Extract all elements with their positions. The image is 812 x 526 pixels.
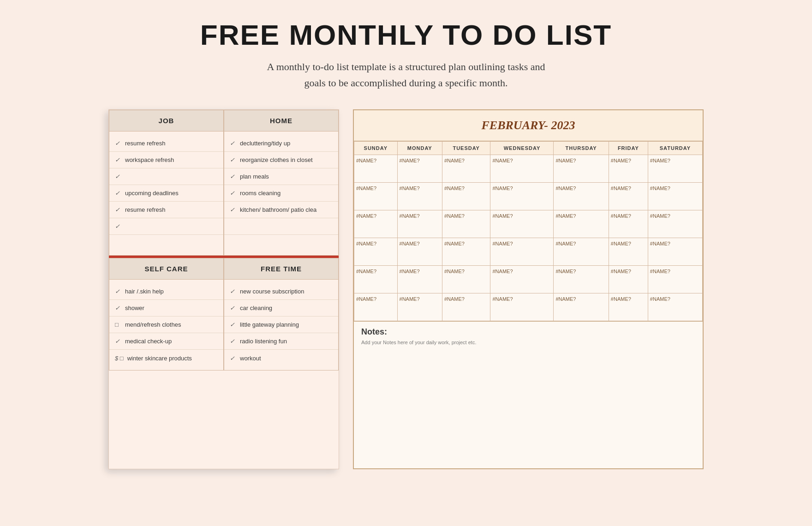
- notes-title: Notes:: [361, 327, 695, 337]
- list-item: ✓ little gateway planning: [224, 317, 338, 333]
- page-title: FREE MONTHLY TO DO LIST: [9, 18, 803, 51]
- calendar-row: #NAME?#NAME?#NAME?#NAME?#NAME?#NAME?#NAM…: [354, 210, 703, 238]
- calendar-cell: #NAME?: [442, 266, 490, 293]
- calendar-cell: #NAME?: [442, 155, 490, 183]
- day-monday: MONDAY: [397, 142, 442, 155]
- calendar-cell: #NAME?: [490, 238, 554, 266]
- home-items: ✓ decluttering/tidy up ✓ reorganize clot…: [224, 132, 338, 255]
- day-wednesday: WEDNESDAY: [490, 142, 554, 155]
- day-sunday: SUNDAY: [354, 142, 398, 155]
- calendar-cell: #NAME?: [397, 293, 442, 321]
- free-time-header: FREE TIME: [224, 258, 338, 280]
- free-time-items: ✓ new course subscription ✓ car cleaning…: [224, 280, 338, 370]
- calendar-row: #NAME?#NAME?#NAME?#NAME?#NAME?#NAME?#NAM…: [354, 293, 703, 321]
- calendar-cell: #NAME?: [609, 155, 648, 183]
- calendar-cell: #NAME?: [554, 210, 609, 238]
- calendar-row: #NAME?#NAME?#NAME?#NAME?#NAME?#NAME?#NAM…: [354, 238, 703, 266]
- list-item: [224, 218, 338, 235]
- calendar-cell: #NAME?: [648, 238, 702, 266]
- day-thursday: THURSDAY: [554, 142, 609, 155]
- calendar-row: #NAME?#NAME?#NAME?#NAME?#NAME?#NAME?#NAM…: [354, 155, 703, 183]
- calendar-cell: #NAME?: [354, 183, 398, 210]
- calendar-cell: #NAME?: [609, 210, 648, 238]
- calendar-cell: #NAME?: [397, 238, 442, 266]
- calendar-row: #NAME?#NAME?#NAME?#NAME?#NAME?#NAME?#NAM…: [354, 183, 703, 210]
- calendar-cell: #NAME?: [609, 266, 648, 293]
- list-item: ✓ kitchen/ bathroom/ patio clea: [224, 202, 338, 218]
- calendar-cell: #NAME?: [648, 183, 702, 210]
- calendar-cell: #NAME?: [490, 155, 554, 183]
- list-item: ✓ workspace refresh: [109, 152, 223, 168]
- list-item: [224, 235, 338, 251]
- day-friday: FRIDAY: [609, 142, 648, 155]
- home-header: HOME: [224, 110, 338, 132]
- job-section: JOB ✓ resume refresh ✓ workspace refresh…: [109, 110, 224, 256]
- bottom-sections: SELF CARE ✓ hair /.skin help ✓ shower □ …: [109, 258, 339, 371]
- calendar-cell: #NAME?: [609, 238, 648, 266]
- calendar-cell: #NAME?: [354, 293, 398, 321]
- list-item: ✓ shower: [109, 300, 223, 317]
- self-care-items: ✓ hair /.skin help ✓ shower □ mend/refre…: [109, 280, 223, 370]
- day-tuesday: TUESDAY: [442, 142, 490, 155]
- calendar-cell: #NAME?: [554, 266, 609, 293]
- calendar-cell: #NAME?: [648, 266, 702, 293]
- calendar-table: SUNDAY MONDAY TUESDAY WEDNESDAY THURSDAY…: [354, 141, 703, 321]
- top-sections: JOB ✓ resume refresh ✓ workspace refresh…: [109, 110, 339, 258]
- calendar-cell: #NAME?: [442, 210, 490, 238]
- list-item: ✓: [109, 168, 223, 185]
- calendar-cell: #NAME?: [442, 293, 490, 321]
- calendar-cell: #NAME?: [648, 155, 702, 183]
- notes-subtitle: Add your Notes here of your daily work, …: [361, 340, 695, 345]
- list-item: ✓ new course subscription: [224, 283, 338, 300]
- self-care-header: SELF CARE: [109, 258, 223, 280]
- day-saturday: SATURDAY: [648, 142, 702, 155]
- calendar-cell: #NAME?: [490, 183, 554, 210]
- notes-section: Notes: Add your Notes here of your daily…: [354, 321, 703, 424]
- list-item: ✓ car cleaning: [224, 300, 338, 317]
- list-item: ✓ plan meals: [224, 168, 338, 185]
- page-subtitle: A monthly to-do list template is a struc…: [9, 59, 803, 91]
- calendar-cell: #NAME?: [397, 266, 442, 293]
- job-items: ✓ resume refresh ✓ workspace refresh ✓ ✓…: [109, 132, 223, 255]
- job-header: JOB: [109, 110, 223, 132]
- list-item: □ mend/refresh clothes: [109, 317, 223, 333]
- calendar-cell: #NAME?: [648, 210, 702, 238]
- calendar-cell: #NAME?: [554, 238, 609, 266]
- calendar-cell: #NAME?: [354, 238, 398, 266]
- calendar-cell: #NAME?: [609, 293, 648, 321]
- notes-body[interactable]: [361, 345, 695, 419]
- list-item: ✓: [109, 218, 223, 235]
- list-item: ✓ resume refresh: [109, 135, 223, 152]
- calendar-cell: #NAME?: [397, 155, 442, 183]
- calendar-cell: #NAME?: [397, 210, 442, 238]
- main-content: JOB ✓ resume refresh ✓ workspace refresh…: [0, 100, 812, 488]
- calendar-row: #NAME?#NAME?#NAME?#NAME?#NAME?#NAME?#NAM…: [354, 266, 703, 293]
- calendar-cell: #NAME?: [354, 266, 398, 293]
- self-care-section: SELF CARE ✓ hair /.skin help ✓ shower □ …: [109, 258, 224, 371]
- calendar-cell: #NAME?: [490, 266, 554, 293]
- right-panel: FEBRUARY- 2023 SUNDAY MONDAY TUESDAY WED…: [353, 109, 704, 469]
- list-item: ✓ workout: [224, 350, 338, 366]
- calendar-cell: #NAME?: [554, 183, 609, 210]
- calendar-title: FEBRUARY- 2023: [354, 110, 703, 141]
- list-item: ✓ rooms cleaning: [224, 185, 338, 202]
- calendar-cell: #NAME?: [554, 155, 609, 183]
- list-item: ✓ medical check-up: [109, 333, 223, 350]
- calendar-cell: #NAME?: [442, 238, 490, 266]
- calendar-cell: #NAME?: [648, 293, 702, 321]
- home-section: HOME ✓ decluttering/tidy up ✓ reorganize…: [224, 110, 339, 256]
- list-item: ✓ hair /.skin help: [109, 283, 223, 300]
- list-item: ✓ resume refresh: [109, 202, 223, 218]
- calendar-cell: #NAME?: [442, 183, 490, 210]
- calendar-cell: #NAME?: [554, 293, 609, 321]
- calendar-cell: #NAME?: [397, 183, 442, 210]
- calendar-header-row: SUNDAY MONDAY TUESDAY WEDNESDAY THURSDAY…: [354, 142, 703, 155]
- calendar-cell: #NAME?: [490, 293, 554, 321]
- page-header: FREE MONTHLY TO DO LIST A monthly to-do …: [0, 0, 812, 100]
- calendar-body: #NAME?#NAME?#NAME?#NAME?#NAME?#NAME?#NAM…: [354, 155, 703, 321]
- calendar-cell: #NAME?: [609, 183, 648, 210]
- list-item: ✓ reorganize clothes in closet: [224, 152, 338, 168]
- left-panel: JOB ✓ resume refresh ✓ workspace refresh…: [108, 109, 339, 469]
- list-item: ✓ upcoming deadlines: [109, 185, 223, 202]
- calendar-cell: #NAME?: [354, 155, 398, 183]
